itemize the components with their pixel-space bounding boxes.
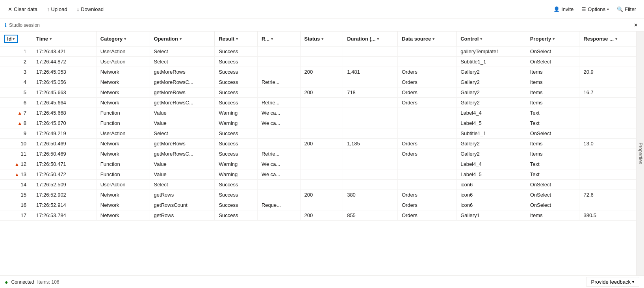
table-cell: Gallery2: [457, 67, 526, 77]
table-cell: 17:26:49.219: [32, 128, 96, 139]
table-cell: Reque...: [257, 200, 300, 210]
col-header-operation[interactable]: Operation ▾: [150, 32, 215, 46]
col-header-control[interactable]: Control ▾: [457, 32, 526, 46]
table-row[interactable]: ▲ 1217:26:50.471FunctionValueWarningWe c…: [0, 159, 636, 169]
table-cell: OnSelect: [526, 46, 579, 57]
connected-icon: ●: [5, 279, 8, 285]
table-cell: 11: [0, 149, 32, 159]
table-cell: icon6: [457, 200, 526, 210]
invite-button[interactable]: 👤 Invite: [550, 5, 577, 14]
table-row[interactable]: 617:26:45.664NetworkgetMoreRowsC...Succe…: [0, 98, 636, 108]
table-cell: Network: [96, 139, 150, 149]
table-cell: Function: [96, 159, 150, 169]
table-cell: 17:26:50.469: [32, 139, 96, 149]
table-cell: 17:26:45.053: [32, 67, 96, 77]
clear-data-button[interactable]: ✕ Clear data: [5, 5, 41, 14]
col-header-result[interactable]: Result ▾: [215, 32, 258, 46]
table-cell: 13.0: [579, 139, 636, 149]
table-row[interactable]: 517:26:45.663NetworkgetMoreRowsSuccess20…: [0, 87, 636, 98]
table-cell: getRowsCount: [150, 200, 215, 210]
table-row[interactable]: 1717:26:53.784NetworkgetRowsSuccess20085…: [0, 210, 636, 221]
table-cell: [257, 67, 300, 77]
table-cell: [579, 128, 636, 139]
col-header-response[interactable]: Response ... ▾: [579, 32, 636, 46]
close-session-button[interactable]: ×: [633, 22, 639, 29]
data-table: Id ▾ Time ▾ Category ▾ Operation ▾ Resul…: [0, 32, 636, 221]
table-cell: [579, 46, 636, 57]
table-row[interactable]: ▲ 1317:26:50.472FunctionValueWarningWe c…: [0, 169, 636, 180]
col-header-id[interactable]: Id ▾: [0, 32, 32, 46]
table-cell: 16.7: [579, 87, 636, 98]
table-row[interactable]: ▲ 717:26:45.668FunctionValueWarningWe ca…: [0, 108, 636, 118]
options-button[interactable]: ☰ Options ▾: [578, 5, 612, 14]
table-cell: Orders: [397, 98, 456, 108]
table-cell: Items: [526, 87, 579, 98]
table-cell: [343, 159, 398, 169]
table-cell: [300, 159, 343, 169]
col-header-datasource[interactable]: Data source ▾: [397, 32, 456, 46]
table-container[interactable]: Id ▾ Time ▾ Category ▾ Operation ▾ Resul…: [0, 32, 636, 275]
upload-button[interactable]: ↑ Upload: [44, 5, 71, 14]
table-cell: [397, 180, 456, 190]
table-cell: 2: [0, 57, 32, 67]
table-cell: getRows: [150, 210, 215, 221]
table-cell: [397, 57, 456, 67]
table-cell: Retrie...: [257, 98, 300, 108]
table-cell: 17:26:43.421: [32, 46, 96, 57]
table-row[interactable]: 1617:26:52.914NetworkgetRowsCountSuccess…: [0, 200, 636, 210]
table-cell: We ca...: [257, 118, 300, 128]
table-cell: 17:26:45.668: [32, 108, 96, 118]
invite-icon: 👤: [553, 6, 560, 12]
table-cell: [343, 169, 398, 180]
table-cell: 17:26:45.056: [32, 77, 96, 87]
table-row[interactable]: 1017:26:50.469NetworkgetMoreRowsSuccess2…: [0, 139, 636, 149]
table-cell: Function: [96, 108, 150, 118]
table-cell: 17: [0, 210, 32, 221]
table-row[interactable]: 1517:26:52.902NetworkgetRowsSuccess20038…: [0, 190, 636, 200]
table-cell: Value: [150, 108, 215, 118]
table-row[interactable]: ▲ 817:26:45.670FunctionValueWarningWe ca…: [0, 118, 636, 128]
table-row[interactable]: 1417:26:52.509UserActionSelectSuccessico…: [0, 180, 636, 190]
properties-sidebar[interactable]: Properties: [636, 32, 644, 275]
table-cell: We ca...: [257, 169, 300, 180]
col-header-category[interactable]: Category ▾: [96, 32, 150, 46]
table-cell: [257, 210, 300, 221]
table-cell: [343, 118, 398, 128]
table-row[interactable]: 217:26:44.872UserActionSelectSuccessSubt…: [0, 57, 636, 67]
col-header-time[interactable]: Time ▾: [32, 32, 96, 46]
table-row[interactable]: 317:26:45.053NetworkgetMoreRowsSuccess20…: [0, 67, 636, 77]
table-cell: Gallery2: [457, 149, 526, 159]
table-cell: Items: [526, 98, 579, 108]
filter-button[interactable]: 🔍 Filter: [614, 5, 639, 14]
table-cell: Orders: [397, 149, 456, 159]
table-cell: OnSelect: [526, 200, 579, 210]
table-cell: Network: [96, 87, 150, 98]
table-cell: [579, 159, 636, 169]
col-header-property[interactable]: Property ▾: [526, 32, 579, 46]
table-header-row: Id ▾ Time ▾ Category ▾ Operation ▾ Resul…: [0, 32, 636, 46]
table-row[interactable]: 417:26:45.056NetworkgetMoreRowsC...Succe…: [0, 77, 636, 87]
table-cell: Success: [215, 210, 258, 221]
table-cell: getMoreRows: [150, 67, 215, 77]
filter-label: Filter: [625, 6, 636, 12]
table-cell: icon6: [457, 190, 526, 200]
col-header-r[interactable]: R... ▾: [257, 32, 300, 46]
table-cell: Gallery2: [457, 98, 526, 108]
table-cell: Orders: [397, 200, 456, 210]
table-row[interactable]: 117:26:43.421UserActionSelectSuccessgall…: [0, 46, 636, 57]
table-cell: Warning: [215, 159, 258, 169]
col-header-status[interactable]: Status ▾: [300, 32, 343, 46]
col-header-duration[interactable]: Duration (... ▾: [343, 32, 398, 46]
table-cell: [300, 46, 343, 57]
table-row[interactable]: 917:26:49.219UserActionSelectSuccessSubt…: [0, 128, 636, 139]
table-cell: Value: [150, 118, 215, 128]
table-row[interactable]: 1117:26:50.469NetworkgetMoreRowsC...Succ…: [0, 149, 636, 159]
table-cell: [257, 87, 300, 98]
provide-feedback-button[interactable]: Provide feedback ▾: [586, 277, 639, 287]
table-cell: 17:26:45.670: [32, 118, 96, 128]
table-cell: Network: [96, 98, 150, 108]
table-cell: OnSelect: [526, 57, 579, 67]
table-cell: 718: [343, 87, 398, 98]
table-cell: [257, 190, 300, 200]
download-button[interactable]: ↓ Download: [74, 5, 107, 14]
